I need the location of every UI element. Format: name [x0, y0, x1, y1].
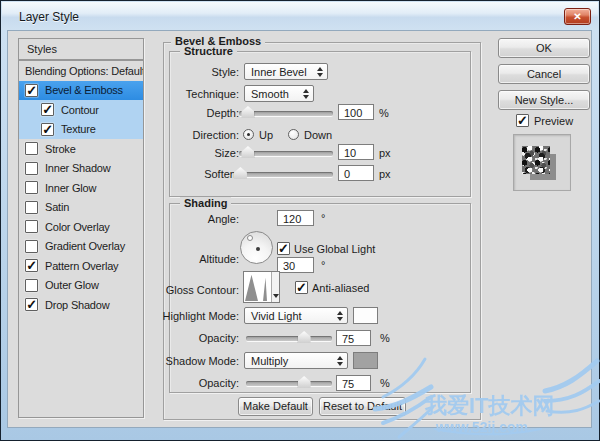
sidebar-item-gradient-overlay[interactable]: Gradient Overlay — [19, 237, 143, 257]
preview-thumbnail — [522, 146, 550, 174]
gloss-contour-picker[interactable] — [243, 271, 280, 303]
sidebar-item-stroke[interactable]: Stroke — [19, 139, 143, 159]
depth-slider[interactable] — [239, 111, 333, 116]
style-dropdown[interactable]: Inner Bevel — [244, 63, 328, 80]
preview-checkbox[interactable]: ✓ — [516, 114, 529, 127]
soften-input[interactable]: 0 — [338, 165, 374, 181]
angle-unit: ° — [321, 212, 325, 224]
sidebar-item-inner-shadow[interactable]: Inner Shadow — [19, 159, 143, 179]
sidebar-item-satin[interactable]: Satin — [19, 198, 143, 218]
sidebar-item-outer-glow[interactable]: Outer Glow — [19, 276, 143, 296]
highlight-mode-value: Vivid Light — [251, 310, 302, 322]
size-input[interactable]: 10 — [338, 144, 374, 160]
sidebar-item-drop-shadow[interactable]: ✓Drop Shadow — [19, 295, 143, 315]
reset-to-default-button[interactable]: Reset to Default — [319, 397, 406, 416]
sidebar-item-color-overlay[interactable]: Color Overlay — [19, 217, 143, 237]
make-default-button[interactable]: Make Default — [238, 397, 313, 416]
angle-dial[interactable] — [240, 231, 273, 264]
title-bar[interactable]: Layer Style — [2, 2, 598, 30]
sidebar-item-label: Gradient Overlay — [45, 240, 125, 252]
highlight-opacity-label: Opacity: — [167, 332, 239, 344]
style-checkbox[interactable] — [25, 220, 38, 233]
spinner-icon — [317, 67, 323, 77]
soften-label: Soften: — [167, 168, 239, 180]
altitude-unit: ° — [321, 259, 325, 271]
style-checkbox[interactable] — [25, 142, 38, 155]
sidebar-item-label: Color Overlay — [45, 221, 110, 233]
soften-unit: px — [379, 168, 391, 180]
sidebar-item-label: Contour — [61, 104, 99, 116]
size-label: Size: — [167, 147, 239, 159]
sidebar-item-label: Blending Options: Default — [25, 65, 144, 77]
highlight-mode-dropdown[interactable]: Vivid Light — [244, 307, 348, 324]
depth-label: Depth: — [167, 107, 239, 119]
angle-label: Angle: — [167, 213, 239, 225]
style-checkbox[interactable] — [25, 279, 38, 292]
depth-input[interactable]: 100 — [338, 104, 374, 120]
sidebar-item-inner-glow[interactable]: Inner Glow — [19, 178, 143, 198]
style-checkbox[interactable]: ✓ — [41, 123, 54, 136]
shadow-mode-dropdown[interactable]: Multiply — [244, 352, 348, 369]
shadow-opacity-input[interactable]: 75 — [336, 375, 371, 391]
styles-list: Blending Options: Default✓Bevel & Emboss… — [18, 60, 144, 418]
sidebar-item-label: Inner Shadow — [45, 162, 110, 174]
direction-label: Direction: — [167, 129, 239, 141]
structure-legend: Structure — [180, 45, 237, 57]
sidebar-item-texture[interactable]: ✓Texture — [19, 120, 143, 140]
style-checkbox[interactable]: ✓ — [41, 103, 54, 116]
contour-dropdown-arrow-icon[interactable] — [271, 272, 279, 302]
cancel-button[interactable]: Cancel — [498, 64, 590, 84]
shading-legend: Shading — [180, 197, 231, 209]
sidebar-item-bevel-emboss[interactable]: ✓Bevel & Emboss — [19, 81, 143, 101]
preview-label: Preview — [534, 115, 573, 127]
close-icon: ✕ — [573, 11, 581, 22]
sidebar-item-label: Satin — [45, 201, 69, 213]
direction-up-label: Up — [259, 129, 273, 141]
sidebar-item-blending-options-default[interactable]: Blending Options: Default — [19, 61, 143, 81]
altitude-label: Altitude: — [167, 253, 239, 265]
style-checkbox[interactable] — [25, 162, 38, 175]
highlight-opacity-unit: % — [380, 332, 390, 344]
size-unit: px — [379, 147, 391, 159]
use-global-light-checkbox[interactable]: ✓ — [277, 242, 290, 255]
sidebar-item-pattern-overlay[interactable]: ✓Pattern Overlay — [19, 256, 143, 276]
sidebar-item-label: Pattern Overlay — [45, 260, 118, 272]
highlight-opacity-input[interactable]: 75 — [336, 330, 371, 346]
technique-label: Technique: — [167, 88, 239, 100]
ok-button[interactable]: OK — [498, 38, 590, 58]
size-slider[interactable] — [239, 151, 333, 156]
highlight-color-swatch[interactable] — [353, 307, 378, 324]
style-checkbox[interactable]: ✓ — [25, 84, 38, 97]
style-checkbox[interactable] — [25, 240, 38, 253]
shadow-mode-label: Shadow Mode: — [147, 355, 239, 367]
anti-aliased-checkbox[interactable]: ✓ — [295, 281, 308, 294]
sidebar-item-label: Inner Glow — [45, 182, 96, 194]
angle-indicator — [247, 235, 253, 241]
shadow-color-swatch[interactable] — [353, 352, 378, 369]
style-checkbox[interactable] — [25, 201, 38, 214]
technique-dropdown[interactable]: Smooth — [244, 85, 314, 102]
close-button[interactable]: ✕ — [564, 8, 591, 25]
spinner-icon — [303, 89, 309, 99]
style-label: Style: — [167, 66, 239, 78]
new-style-button[interactable]: New Style... — [498, 90, 590, 110]
angle-input[interactable]: 120 — [277, 210, 314, 226]
highlight-opacity-slider[interactable] — [246, 336, 332, 341]
direction-down-label: Down — [304, 129, 332, 141]
sidebar-item-label: Drop Shadow — [45, 299, 109, 311]
layer-style-dialog: Layer Style ✕ Styles Blending Options: D… — [0, 0, 600, 441]
sidebar-item-contour[interactable]: ✓Contour — [19, 100, 143, 120]
altitude-input[interactable]: 30 — [277, 257, 314, 273]
sidebar-item-label: Outer Glow — [45, 279, 99, 291]
shadow-opacity-slider[interactable] — [246, 381, 332, 386]
soften-slider[interactable] — [239, 172, 333, 177]
dial-center-dot — [256, 247, 260, 251]
shadow-opacity-unit: % — [380, 377, 390, 389]
style-checkbox[interactable]: ✓ — [25, 259, 38, 272]
style-checkbox[interactable] — [25, 181, 38, 194]
window-title: Layer Style — [19, 10, 79, 24]
direction-up-radio[interactable] — [243, 129, 254, 140]
shadow-opacity-label: Opacity: — [167, 377, 239, 389]
direction-down-radio[interactable] — [288, 129, 299, 140]
style-checkbox[interactable]: ✓ — [25, 298, 38, 311]
